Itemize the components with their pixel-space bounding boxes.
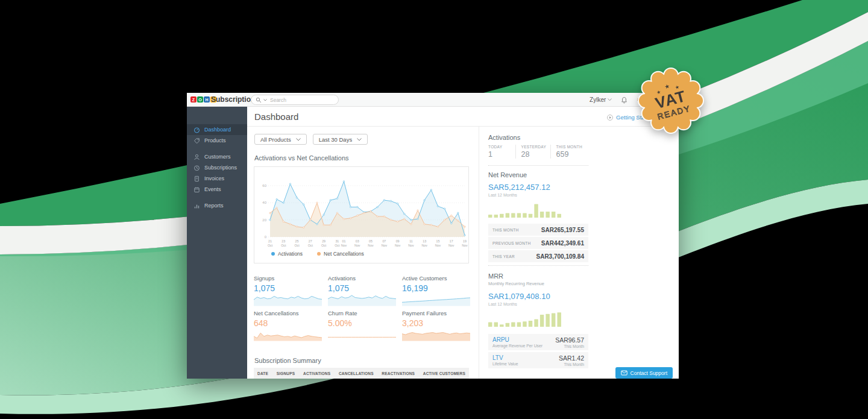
column-header-signups: SIGNUPS xyxy=(277,371,295,376)
kpi-value: 1,075 xyxy=(254,283,322,293)
search-bar[interactable] xyxy=(251,95,339,105)
divider xyxy=(488,165,588,166)
product-filter-value: All Products xyxy=(260,136,291,143)
arpu-row: ARPU Average Revenue Per User SAR96.57 T… xyxy=(488,334,588,350)
sidebar-item-customers[interactable]: Customers xyxy=(187,151,247,162)
svg-text:27: 27 xyxy=(309,239,312,243)
subscriptions-icon xyxy=(193,165,200,171)
svg-text:17: 17 xyxy=(450,239,453,243)
vat-ready-badge: ★ ★ ★ VAT READY xyxy=(635,65,706,136)
events-icon xyxy=(193,186,200,193)
ltv-row: LTV Lifetime Value SAR1.42 This Month xyxy=(488,352,588,368)
page-header: Dashboard Getting Started xyxy=(247,107,679,127)
contact-support-button[interactable]: Contact Support xyxy=(615,367,673,379)
invoices-icon xyxy=(193,175,200,182)
search-scope-caret-icon xyxy=(263,99,267,101)
svg-text:13: 13 xyxy=(423,239,426,243)
arpu-link[interactable]: ARPU xyxy=(492,336,542,343)
activations-today: TODAY 1 xyxy=(488,145,515,159)
date-range-filter-dropdown[interactable]: Last 30 Days xyxy=(313,134,368,145)
activations-sparkline xyxy=(328,294,396,306)
sidebar-item-products[interactable]: Products xyxy=(187,135,247,146)
activations-this-month: THIS MONTH 659 xyxy=(550,145,588,159)
chart-section-title: Activations vs Net Cancellations xyxy=(254,154,349,162)
date-range-value: Last 30 Days xyxy=(319,136,352,143)
dashboard-main: All Products Last 30 Days Activations vs… xyxy=(247,127,479,379)
svg-text:Oct: Oct xyxy=(321,244,327,247)
activations-yesterday: YESTERDAY 28 xyxy=(515,145,550,159)
kpi-net-cancellations: Net Cancellations 648 xyxy=(254,310,322,344)
svg-text:40: 40 xyxy=(262,201,266,204)
net-revenue-row: THIS YEAR SAR3,700,109.84 xyxy=(488,250,588,262)
mrr-amount: SAR1,079,408.10 xyxy=(488,292,588,301)
svg-text:Oct: Oct xyxy=(335,244,340,247)
kpi-signups: Signups 1,075 xyxy=(254,275,322,309)
net-revenue-amount: SAR5,212,457.12 xyxy=(488,183,588,192)
page-title: Dashboard xyxy=(254,112,298,122)
mrr-subtitle: Monthly Recurring Revenue xyxy=(488,281,588,286)
net-cancellations-sparkline xyxy=(254,329,322,341)
svg-text:Nov: Nov xyxy=(395,244,401,247)
chevron-down-icon xyxy=(608,98,612,101)
sidebar-item-label: Dashboard xyxy=(204,127,231,133)
kpi-active-customers: Active Customers 16,199 xyxy=(402,275,470,309)
svg-text:Nov: Nov xyxy=(421,244,427,247)
svg-text:Nov: Nov xyxy=(368,244,374,247)
svg-text:20: 20 xyxy=(262,218,266,222)
kpi-label: Activations xyxy=(328,275,396,282)
svg-text:03: 03 xyxy=(356,239,359,243)
logo-tile: O xyxy=(197,96,203,102)
customers-icon xyxy=(193,154,200,160)
legend-label: Net Cancellations xyxy=(324,251,364,257)
net-revenue-row: THIS MONTH SAR265,197.55 xyxy=(488,224,588,236)
sidebar-item-reports[interactable]: Reports xyxy=(187,200,247,211)
activations-vs-cancellations-chart: 020406021Oct23Oct25Oct27Oct29Oct31Oct01N… xyxy=(254,172,468,250)
kpi-label: Churn Rate xyxy=(328,310,396,317)
subscription-summary-header-row: DATE SIGNUPS ACTIVATIONS CANCELLATIONS R… xyxy=(254,368,469,379)
search-input[interactable] xyxy=(269,96,323,104)
svg-text:23: 23 xyxy=(281,239,285,243)
chart-legend: Activations Net Cancellations xyxy=(271,251,364,257)
sidebar-item-events[interactable]: Events xyxy=(187,184,247,195)
envelope-icon xyxy=(621,370,627,376)
mrr-title: MRR xyxy=(488,273,588,280)
kpi-label: Signups xyxy=(254,275,322,282)
mrr-period: Last 12 Months xyxy=(488,302,588,306)
kpi-value: 648 xyxy=(254,318,322,328)
bell-icon[interactable] xyxy=(621,96,627,104)
kpi-label: Net Cancellations xyxy=(254,310,322,317)
marketing-banner: Z O H O Subscriptions Zyl xyxy=(0,0,868,419)
svg-text:19: 19 xyxy=(463,239,467,243)
kpi-activations: Activations 1,075 xyxy=(328,275,396,309)
net-revenue-title: Net Revenue xyxy=(488,171,588,178)
top-bar: Z O H O Subscriptions Zyl xyxy=(187,93,679,107)
logo-tile: H xyxy=(204,96,210,102)
products-icon xyxy=(193,137,200,144)
sidebar-item-dashboard[interactable]: Dashboard xyxy=(187,124,247,135)
svg-text:Nov: Nov xyxy=(382,244,388,247)
legend-activations[interactable]: Activations xyxy=(271,251,303,257)
svg-text:Oct: Oct xyxy=(294,244,300,247)
sidebar-item-label: Invoices xyxy=(204,175,224,181)
sidebar-item-subscriptions[interactable]: Subscriptions xyxy=(187,162,247,173)
kpi-churn-rate: Churn Rate 5.00% xyxy=(328,310,396,344)
svg-text:11: 11 xyxy=(409,239,413,243)
net-revenue-section: Net Revenue SAR5,212,457.12 Last 12 Mont… xyxy=(488,171,588,263)
net-revenue-rows: THIS MONTH SAR265,197.55 PREVIOUS MONTH … xyxy=(488,224,588,262)
kpi-payment-failures: Payment Failures 3,203 xyxy=(402,310,470,344)
sidebar-item-label: Products xyxy=(204,137,226,143)
svg-text:21: 21 xyxy=(268,239,272,243)
account-menu[interactable]: Zylker xyxy=(590,96,612,103)
kpi-value: 5.00% xyxy=(328,318,396,328)
kpi-value: 16,199 xyxy=(402,283,470,293)
svg-text:Oct: Oct xyxy=(281,244,286,247)
sidebar: Dashboard Products Customers Subscriptio… xyxy=(187,107,247,379)
legend-dot-blue xyxy=(271,252,275,256)
sidebar-item-invoices[interactable]: Invoices xyxy=(187,173,247,184)
ltv-link[interactable]: LTV xyxy=(492,354,518,361)
churn-rate-sparkline xyxy=(328,329,396,341)
app-window: Z O H O Subscriptions Zyl xyxy=(187,93,679,379)
metrics-panel: Activations TODAY 1 YESTERDAY 28 THIS MO… xyxy=(479,127,679,379)
product-filter-dropdown[interactable]: All Products xyxy=(254,134,307,145)
legend-net-cancellations[interactable]: Net Cancellations xyxy=(317,251,364,257)
